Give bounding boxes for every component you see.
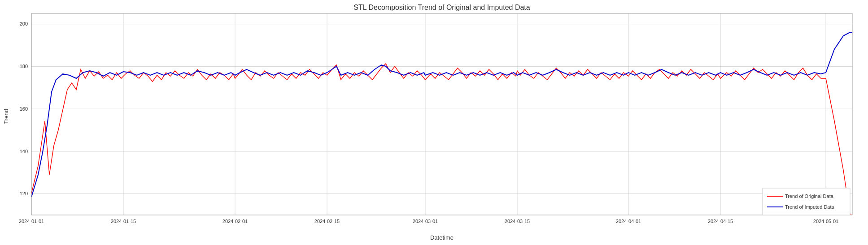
xtick-feb1: 2024-02-01 <box>222 219 248 224</box>
ytick-160: 160 <box>20 106 28 112</box>
xtick-jan15: 2024-01-15 <box>111 219 136 224</box>
xtick-mar1: 2024-03-01 <box>413 219 438 224</box>
xtick-may1: 2024-05-01 <box>813 219 838 224</box>
ytick-180: 180 <box>20 64 28 69</box>
legend-box <box>763 188 850 215</box>
ytick-140: 140 <box>20 149 28 154</box>
chart-container: STL Decomposition Trend of Original and … <box>0 0 868 245</box>
xtick-apr15: 2024-04-15 <box>708 219 733 224</box>
legend-original-label: Trend of Original Data <box>785 193 834 199</box>
xtick-apr1: 2024-04-01 <box>616 219 641 224</box>
legend-imputed-label: Trend of Imputed Data <box>785 204 835 210</box>
chart-title: STL Decomposition Trend of Original and … <box>353 4 530 11</box>
ytick-120: 120 <box>20 191 28 196</box>
xtick-mar15: 2024-03-15 <box>505 219 530 224</box>
x-axis-label: Datetime <box>430 234 454 241</box>
xtick-jan1: 2024-01-01 <box>19 219 44 224</box>
y-axis-label: Trend <box>3 109 9 124</box>
ytick-200: 200 <box>20 21 28 26</box>
xtick-feb15: 2024-02-15 <box>314 219 340 224</box>
svg-rect-0 <box>31 13 852 215</box>
